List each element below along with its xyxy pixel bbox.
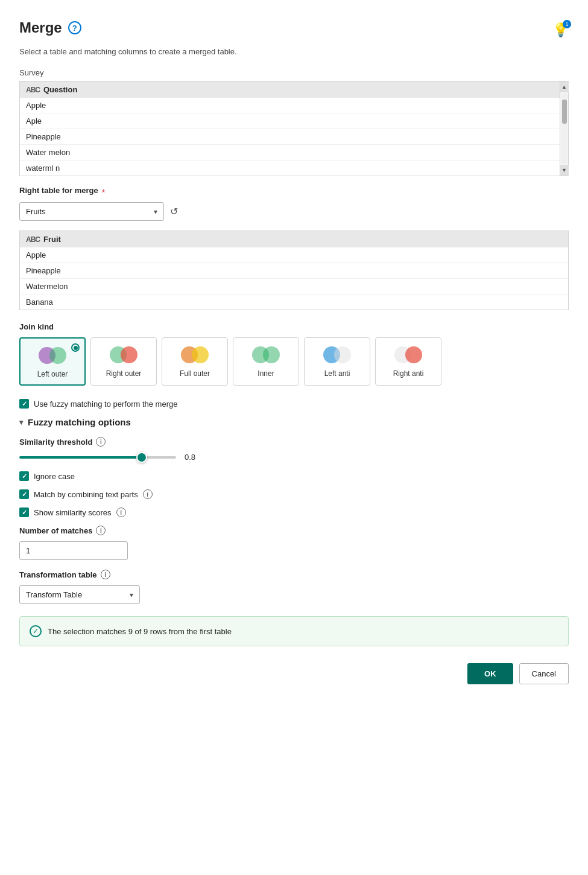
fuzzy-checkbox[interactable] <box>19 399 29 409</box>
footer-buttons: OK Cancel <box>19 663 569 684</box>
transform-table-selected: Transform Table <box>26 590 82 599</box>
required-marker: * <box>102 188 105 197</box>
show-similarity-info-icon[interactable]: i <box>116 508 126 517</box>
scroll-thumb[interactable] <box>562 100 567 124</box>
join-option-full-outer[interactable]: Full outer <box>162 337 228 386</box>
venn-left-anti <box>321 344 353 366</box>
table-row[interactable]: Banana <box>20 294 568 310</box>
help-icon[interactable]: ? <box>68 21 81 34</box>
ignore-case-row[interactable]: Ignore case <box>19 471 569 481</box>
dropdown-arrow-icon: ▾ <box>154 208 157 216</box>
ignore-case-checkbox[interactable] <box>19 471 29 481</box>
table-row[interactable]: Pineapple <box>20 263 568 279</box>
join-label-full-outer: Full outer <box>180 369 210 378</box>
join-label-inner: Inner <box>258 369 274 378</box>
join-option-left-outer[interactable]: Left outer <box>19 337 86 386</box>
table-row[interactable]: Aple <box>20 113 568 129</box>
scroll-track <box>561 94 567 164</box>
bulb-badge: 1 <box>563 20 571 28</box>
right-table-dropdown[interactable]: Fruits ▾ <box>19 202 164 221</box>
left-table-body: Apple Aple Pineapple Water melon waterml… <box>20 98 568 176</box>
similarity-slider-thumb[interactable] <box>136 452 147 463</box>
right-table-header: ABC Fruit <box>20 231 568 247</box>
right-table-dropdown-row: Fruits ▾ ↺ <box>19 202 569 221</box>
join-option-inner[interactable]: Inner <box>233 337 299 386</box>
venn-right-anti <box>392 344 425 366</box>
table-row[interactable]: Apple <box>20 247 568 263</box>
slider-row: 0.8 <box>19 453 569 462</box>
venn-right-outer <box>107 344 140 366</box>
fuzzy-section-title: Fuzzy matching options <box>28 417 131 427</box>
join-option-right-anti[interactable]: Right anti <box>375 337 441 386</box>
join-kind-label: Join kind <box>19 322 569 331</box>
left-table-scrollbar[interactable]: ▲ ▼ <box>560 81 568 176</box>
join-label-left-outer: Left outer <box>37 370 68 378</box>
num-matches-info-icon[interactable]: i <box>96 526 106 535</box>
refresh-icon[interactable]: ↺ <box>170 206 178 217</box>
right-table-body: Apple Pineapple Watermelon Banana <box>20 247 568 310</box>
transform-table-label: Transformation table i <box>19 570 569 579</box>
radio-dot-left-outer <box>71 343 80 352</box>
join-label-right-anti: Right anti <box>393 369 424 378</box>
match-combining-row[interactable]: Match by combining text parts i <box>19 489 569 499</box>
join-option-right-outer[interactable]: Right outer <box>90 337 157 386</box>
similarity-threshold-label: Similarity threshold i <box>19 437 569 447</box>
page-subtitle: Select a table and matching columns to c… <box>19 47 569 56</box>
join-label-left-anti: Left anti <box>324 369 350 378</box>
scroll-up-btn[interactable]: ▲ <box>560 81 569 92</box>
venn-inner <box>250 344 282 366</box>
left-table-label: Survey <box>19 68 569 77</box>
success-icon: ✓ <box>30 625 42 637</box>
similarity-slider-track[interactable] <box>19 456 176 459</box>
left-col-icon: ABC <box>26 86 40 94</box>
similarity-slider-value: 0.8 <box>185 453 195 462</box>
join-option-left-anti[interactable]: Left anti <box>304 337 370 386</box>
join-label-right-outer: Right outer <box>106 369 142 378</box>
table-row[interactable]: Pineapple <box>20 129 568 145</box>
success-banner: ✓ The selection matches 9 of 9 rows from… <box>19 616 569 646</box>
transform-dropdown-arrow-icon: ▾ <box>130 591 133 599</box>
match-combining-checkbox[interactable] <box>19 489 29 499</box>
transform-table-dropdown[interactable]: Transform Table ▾ <box>19 585 140 604</box>
show-similarity-label: Show similarity scores <box>34 508 112 517</box>
fuzzy-section-header: ▾ Fuzzy matching options <box>19 417 569 427</box>
right-table-selected: Fruits <box>26 207 46 216</box>
show-similarity-checkbox[interactable] <box>19 508 29 517</box>
success-message: The selection matches 9 of 9 rows from t… <box>48 627 232 636</box>
join-options: Left outer Right outer Full outer Inner … <box>19 337 569 386</box>
show-similarity-row[interactable]: Show similarity scores i <box>19 508 569 517</box>
right-table: ABC Fruit Apple Pineapple Watermelon Ban… <box>19 231 569 310</box>
ok-button[interactable]: OK <box>467 663 513 684</box>
right-table-label: Right table for merge <box>19 186 98 195</box>
right-col-name: Fruit <box>43 235 61 244</box>
ignore-case-label: Ignore case <box>34 472 75 481</box>
num-matches-input[interactable] <box>19 541 128 560</box>
fuzzy-checkbox-row[interactable]: Use fuzzy matching to perform the merge <box>19 399 569 409</box>
match-combining-label: Match by combining text parts <box>34 490 138 499</box>
page-title: Merge <box>19 19 62 36</box>
similarity-info-icon[interactable]: i <box>96 437 106 447</box>
fuzzy-checkbox-label: Use fuzzy matching to perform the merge <box>34 399 177 409</box>
num-matches-label: Number of matches i <box>19 526 569 535</box>
table-row[interactable]: Watermelon <box>20 279 568 294</box>
table-row[interactable]: Water melon <box>20 145 568 161</box>
cancel-button[interactable]: Cancel <box>519 663 569 684</box>
left-col-name: Question <box>43 85 77 94</box>
venn-full-outer <box>179 344 211 366</box>
match-combining-info-icon[interactable]: i <box>143 489 153 499</box>
right-col-icon: ABC <box>26 235 40 244</box>
venn-left-outer <box>36 345 69 366</box>
scroll-down-btn[interactable]: ▼ <box>560 165 569 176</box>
left-table-header: ABC Question <box>20 81 568 98</box>
table-row[interactable]: waterml n <box>20 161 568 176</box>
transform-table-info-icon[interactable]: i <box>101 570 110 579</box>
left-table: ABC Question Apple Aple Pineapple Water … <box>19 81 569 176</box>
table-row[interactable]: Apple <box>20 98 568 113</box>
collapse-arrow-icon[interactable]: ▾ <box>19 418 23 427</box>
